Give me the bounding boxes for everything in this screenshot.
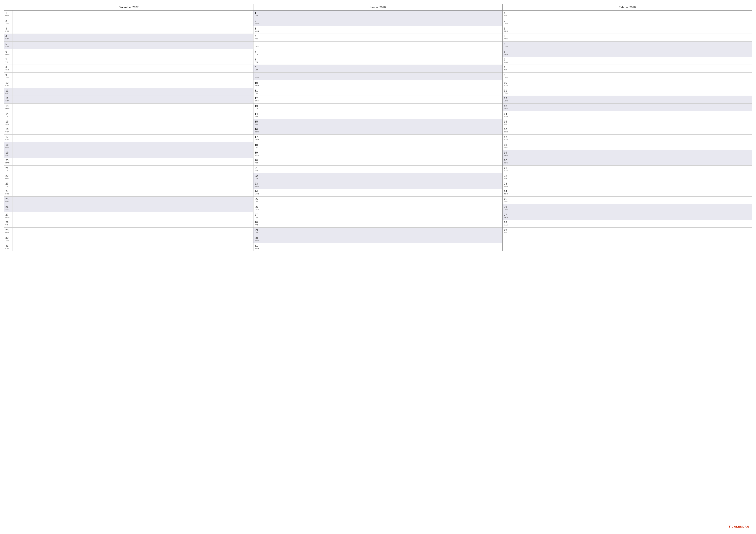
day-name: TOR [5,131,9,133]
day-number: 21 [504,166,507,170]
day-number: 17 [5,136,9,139]
day-number: 17 [255,136,258,139]
day-content [511,119,752,127]
day-content [262,142,502,150]
day-content [12,220,253,227]
day-row: 5LØR [502,41,752,49]
day-name: SØN [504,162,508,164]
day-row: 9ONS [502,73,752,80]
day-name: TOR [255,54,258,56]
day-content [511,212,752,220]
day-name: TIR [255,147,258,149]
day-name: LØR [255,15,258,17]
day-number: 7 [5,58,7,62]
day-row: 2ONS [502,18,752,26]
day-number-col: 16SØN [254,127,262,134]
day-number-col: 7FRE [254,57,262,64]
day-row: 26LØR [502,204,752,212]
day-number-col: 16ONS [502,127,511,134]
day-row: 22ONS [4,173,253,181]
day-content [12,135,253,142]
day-number: 14 [5,112,9,115]
day-content [12,11,253,18]
day-number: 28 [5,221,9,224]
day-name: FRE [255,115,258,117]
day-row: 21MAN [502,165,752,173]
day-number-col: 26ONS [254,204,262,212]
day-number: 8 [5,66,7,69]
day-number-col: 18FRE [502,142,511,150]
day-number: 5 [255,42,256,46]
day-name: ONS [504,23,508,25]
day-name: MAN [5,108,10,110]
day-number-col: 27SØN [502,212,511,220]
day-number-col: 1TIR [502,11,511,18]
day-name: SØN [255,77,259,79]
day-name: LØR [504,154,508,156]
day-name: FRE [504,92,508,94]
day-row: 19ONS [254,150,502,158]
day-number: 10 [504,81,507,85]
day-name: FRE [255,62,258,63]
day-number: 7 [504,58,505,62]
day-name: LØR [5,92,9,94]
day-row: 7TIR [4,57,253,65]
day-number: 20 [5,159,9,162]
day-number: 14 [504,112,507,115]
day-number: 21 [5,166,9,170]
day-name: MAN [5,162,10,164]
day-number-col: 13SØN [502,104,511,111]
day-content [511,34,752,41]
day-row: 13TOR [254,104,502,111]
day-content [262,220,502,227]
day-content [12,65,253,72]
day-content [262,104,502,111]
day-number: 20 [255,159,258,162]
day-name: MAN [255,247,259,249]
day-content [511,228,752,235]
day-number: 24 [504,190,507,193]
month-col-2: Februar 20281TIR2ONS3TOR4FRE5LØR6SØN7MAN… [502,4,752,251]
day-name: LØR [255,69,258,71]
day-name: TOR [504,193,508,195]
day-row: 1ONS [4,11,253,18]
day-number: 9 [5,73,7,77]
brand-icon: 7 [728,524,731,529]
day-number-col: 15ONS [4,119,12,127]
day-number: 4 [504,35,505,38]
day-content [511,11,752,18]
day-row: 14FRE [254,111,502,119]
day-content [12,96,253,103]
day-name: TOR [5,185,9,187]
day-number: 23 [255,182,258,185]
day-name: FRE [255,170,258,172]
day-number: 13 [5,104,9,108]
month-header-2: Februar 2028 [502,4,752,11]
day-number-col: 14TIR [4,111,12,119]
day-number: 25 [255,197,258,201]
day-name: ONS [5,178,10,180]
day-row: 4LØR [4,34,253,41]
day-row: 7MAN [502,57,752,65]
day-row: 23TOR [4,181,253,189]
day-row: 18FRE [502,142,752,150]
day-row: 12ONS [254,96,502,104]
day-number: 2 [504,19,505,23]
day-row: 15LØR [254,119,502,127]
day-row: 14MAN [502,111,752,119]
day-name: SØN [255,240,259,242]
day-number-col: 4FRE [502,34,511,41]
day-content [262,228,502,235]
day-name: TIR [5,170,9,172]
day-name: SØN [5,100,10,102]
day-number-col: 12LØR [502,96,511,103]
day-number: 18 [5,143,9,147]
day-row: 31MAN [254,243,502,251]
day-number-col: 19ONS [254,150,262,158]
day-content [262,135,502,142]
day-content [262,80,502,88]
day-content [262,11,502,18]
day-content [511,104,752,111]
day-name: TOR [504,85,508,87]
day-content [12,235,253,243]
